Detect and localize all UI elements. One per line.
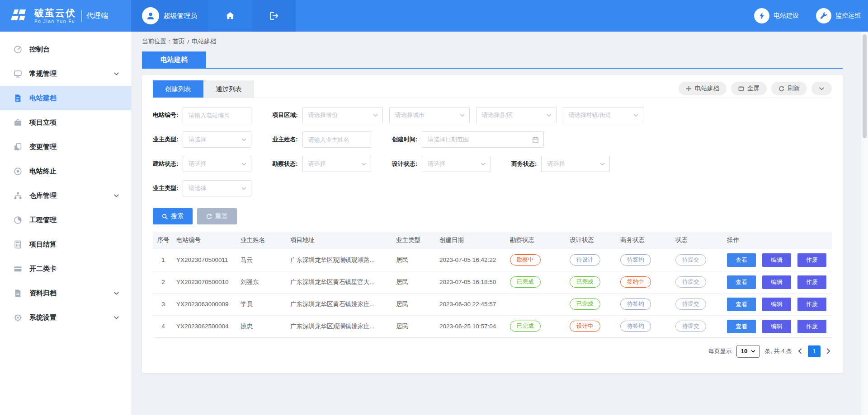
status-badge: 已完成 xyxy=(510,276,541,288)
scrollbar[interactable] xyxy=(861,32,868,415)
sidebar-item-2[interactable]: 电站建档 xyxy=(0,86,131,110)
town-select[interactable]: 请选择村镇/街道 xyxy=(563,107,643,123)
cell-actions: 查看编辑作废 xyxy=(724,315,832,337)
cell-actions: 查看编辑作废 xyxy=(724,293,832,315)
cell-address: 广东深圳龙华区黄石镇姚家庄... xyxy=(288,293,393,315)
main-content: 当前位置： 首页 / 电站建档 电站建档 创建列表通过列表 电站建档全屏刷新 电… xyxy=(131,32,861,415)
cell-status: 待提交 xyxy=(673,249,724,271)
logout-button[interactable] xyxy=(252,0,296,32)
nav-station-build-label: 电站建设 xyxy=(774,12,799,20)
build-status-label: 建站状态: xyxy=(153,160,178,168)
toolbar-refresh-button[interactable]: 刷新 xyxy=(771,82,807,95)
status-badge: 待提交 xyxy=(675,276,706,288)
owner-type-2-select[interactable]: 请选择 xyxy=(183,180,251,196)
filter-row-3: 业主类型:请选择 xyxy=(153,180,832,196)
tab-create-list[interactable]: 创建列表 xyxy=(153,80,203,98)
business-status-label: 商务状态: xyxy=(511,160,537,168)
filter-row-1: 业主类型:请选择业主姓名:创建时间:请选择日期范围 xyxy=(153,131,832,148)
cell-actions: 查看编辑作废 xyxy=(724,249,832,271)
create-time-date-input[interactable]: 请选择日期范围 xyxy=(422,131,544,148)
sidebar-item-6[interactable]: 仓库管理 xyxy=(0,183,131,208)
prev-page-button[interactable] xyxy=(797,348,803,354)
owner-name-input[interactable] xyxy=(302,131,371,148)
status-badge: 待提交 xyxy=(675,321,706,332)
sitemap-icon xyxy=(14,191,22,200)
county-select[interactable]: 请选择县/区 xyxy=(476,107,557,123)
user-menu[interactable]: 超级管理员 xyxy=(131,0,208,32)
edit-button[interactable]: 编辑 xyxy=(762,320,791,333)
caret-down-icon xyxy=(241,137,246,142)
home-button[interactable] xyxy=(208,0,252,32)
table-row-3: 3YX2023063000009学员广东深圳龙华区黄石镇姚家庄...居民2023… xyxy=(153,293,832,315)
void-button[interactable]: 作废 xyxy=(797,298,826,311)
view-button[interactable]: 查看 xyxy=(727,320,756,333)
app: 破茧云伏 Po Jian Yun Fu 代理端 超级管理员 电站建设 监控运维 … xyxy=(0,0,868,415)
page-tab[interactable]: 电站建档 xyxy=(142,51,206,68)
cell-design-status: 已完成 xyxy=(567,293,618,315)
void-button[interactable]: 作废 xyxy=(797,275,826,289)
status-badge: 已完成 xyxy=(570,298,600,310)
sidebar-item-9[interactable]: 开二类卡 xyxy=(0,256,131,281)
sidebar-item-3[interactable]: 项目立项 xyxy=(0,110,131,135)
sidebar-item-label: 仓库管理 xyxy=(29,191,57,200)
cell-owner-name: 姚忠 xyxy=(238,315,288,337)
city-select[interactable]: 请选择城市 xyxy=(389,107,470,123)
sidebar-item-label: 资料归档 xyxy=(29,289,57,298)
logout-icon xyxy=(269,11,279,21)
survey-status-select[interactable]: 请选择 xyxy=(302,156,371,172)
sidebar-item-5[interactable]: 电站终止 xyxy=(0,159,131,183)
void-button[interactable]: 作废 xyxy=(797,320,826,333)
sidebar-item-label: 系统设置 xyxy=(29,313,57,322)
cell-created: 2023-07-05 16:18:50 xyxy=(437,271,507,293)
gear-icon xyxy=(14,313,22,322)
toolbar: 电站建档全屏刷新 xyxy=(674,82,832,95)
column-header-10: 操作 xyxy=(724,232,832,249)
nav-station-build[interactable]: 电站建设 xyxy=(754,0,799,32)
column-header-7: 设计状态 xyxy=(567,232,618,249)
sidebar-item-1[interactable]: 常规管理 xyxy=(0,61,131,86)
sidebar-item-7[interactable]: 工程管理 xyxy=(0,208,131,232)
status-badge: 待签约 xyxy=(620,298,651,310)
build-status-select[interactable]: 请选择 xyxy=(183,156,251,172)
province-select[interactable]: 请选择省份 xyxy=(302,107,383,123)
view-button[interactable]: 查看 xyxy=(727,253,756,267)
view-button[interactable]: 查看 xyxy=(727,275,756,289)
breadcrumb-home-link[interactable]: 首页 xyxy=(173,37,185,46)
reset-button[interactable]: 重置 xyxy=(197,208,237,224)
owner-type-select[interactable]: 请选择 xyxy=(183,131,251,148)
scrollbar-thumb[interactable] xyxy=(863,34,867,138)
view-button[interactable]: 查看 xyxy=(727,298,756,311)
sidebar-item-10[interactable]: 资料归档 xyxy=(0,281,131,305)
toolbar-more-button[interactable] xyxy=(811,82,832,95)
sidebar-item-4[interactable]: 变更管理 xyxy=(0,135,131,159)
per-page-select[interactable]: 10 xyxy=(736,345,760,358)
sidebar-item-11[interactable]: 系统设置 xyxy=(0,305,131,330)
toolbar-add-station-button[interactable]: 电站建档 xyxy=(679,82,726,95)
design-status-select[interactable]: 请选择 xyxy=(422,156,491,172)
cell-created: 2023-06-30 22:45:57 xyxy=(437,293,507,315)
search-button[interactable]: 搜索 xyxy=(153,208,193,224)
business-status-select[interactable]: 请选择 xyxy=(541,156,610,172)
tab-pass-list[interactable]: 通过列表 xyxy=(203,80,254,98)
card-icon xyxy=(14,265,22,273)
void-button[interactable]: 作废 xyxy=(797,253,826,267)
toolbar-fullscreen-button[interactable]: 全屏 xyxy=(731,82,767,95)
sidebar-item-label: 项目结算 xyxy=(29,240,57,249)
caret-down-icon xyxy=(547,113,552,118)
station-code-input[interactable] xyxy=(183,107,251,123)
nav-monitor-ops[interactable]: 监控运维 xyxy=(816,0,861,32)
next-page-button[interactable] xyxy=(825,348,832,354)
sidebar-item-label: 电站终止 xyxy=(29,167,57,176)
avatar xyxy=(142,7,159,24)
sidebar-item-0[interactable]: 控制台 xyxy=(0,37,131,61)
caret-down-icon xyxy=(481,162,486,167)
page-number[interactable]: 1 xyxy=(808,345,821,357)
edit-button[interactable]: 编辑 xyxy=(762,298,791,311)
records-table: 序号电站编号业主姓名项目地址业主类型创建日期勘察状态设计状态商务状态状态操作1Y… xyxy=(153,232,832,338)
edit-button[interactable]: 编辑 xyxy=(762,275,791,289)
cell-status: 待提交 xyxy=(673,293,724,315)
sidebar-item-8[interactable]: 项目结算 xyxy=(0,232,131,256)
edit-button[interactable]: 编辑 xyxy=(762,253,791,267)
status-badge: 待提交 xyxy=(675,298,706,310)
logo[interactable]: 破茧云伏 Po Jian Yun Fu 代理端 xyxy=(0,0,131,32)
